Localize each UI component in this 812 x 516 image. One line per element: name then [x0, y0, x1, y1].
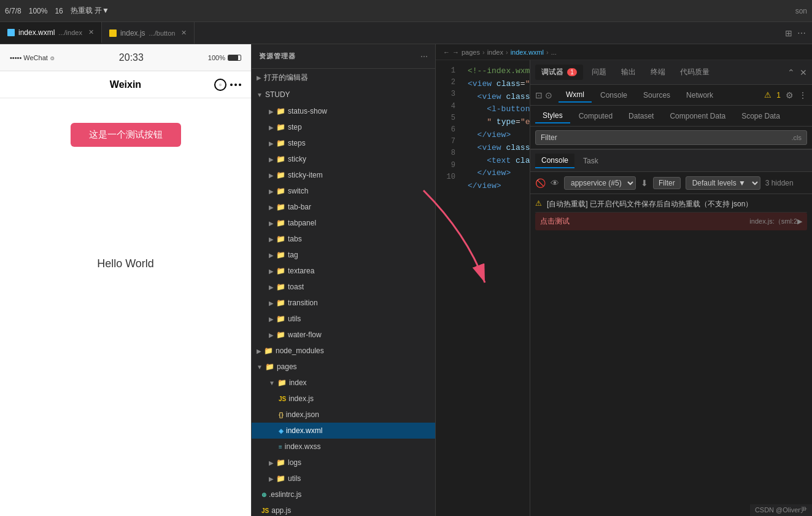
phone-record-btn[interactable]: ●: [214, 79, 226, 91]
console-tab-label: Console: [600, 91, 627, 100]
breadcrumb-pages[interactable]: pages: [462, 49, 480, 56]
output-label: 输出: [621, 68, 636, 76]
folder-tag[interactable]: ▶ 📁 tag: [252, 247, 435, 263]
tab-task[interactable]: Task: [577, 154, 605, 168]
file-app-js[interactable]: JS app.js: [252, 502, 435, 516]
folder-toast[interactable]: ▶ 📁 toast: [252, 279, 435, 295]
tab-component-data[interactable]: Component Data: [662, 109, 733, 123]
arrow-logs: ▶: [269, 459, 274, 466]
debugger-actions: ⌃ ✕: [787, 68, 807, 77]
arrow-step: ▶: [269, 124, 274, 131]
console-eye-icon[interactable]: 👁: [551, 178, 559, 188]
folder-utils-root[interactable]: ▶ 📁 utils: [252, 471, 435, 487]
tab-scope-data[interactable]: Scope Data: [734, 109, 787, 123]
folder-water-flow[interactable]: ▶ 📁 water-flow: [252, 327, 435, 343]
appservice-select[interactable]: appservice (#5): [564, 176, 636, 190]
error-source: index.js:（sml:2▶: [749, 217, 802, 226]
file-panel-header: 资源管理器 ⋯: [252, 44, 435, 69]
breadcrumb-index[interactable]: index: [487, 49, 503, 56]
style-filter-box[interactable]: Filter .cls: [535, 130, 807, 145]
debugger-tab-terminal[interactable]: 终端: [644, 64, 671, 80]
split-icon[interactable]: ⊞: [785, 28, 792, 38]
arrow-pages: ▼: [257, 364, 263, 370]
folder-sticky[interactable]: ▶ 📁 sticky: [252, 151, 435, 167]
code-line-3: <view class="userinfo">: [468, 91, 522, 104]
close-debugger-icon[interactable]: ✕: [800, 68, 807, 77]
filter-cls: .cls: [792, 134, 802, 141]
folder-textarea[interactable]: ▶ 📁 textarea: [252, 263, 435, 279]
debugger-label: 调试器: [541, 68, 563, 76]
folder-name-utils-root: utils: [288, 474, 301, 483]
console-expand-icon[interactable]: ⬇: [641, 178, 648, 188]
wxml-inspect-icon[interactable]: ⊡: [535, 90, 543, 100]
tab-console-inner[interactable]: Console: [593, 88, 635, 102]
file-panel-more[interactable]: ⋯: [420, 52, 428, 61]
phone-more-btn[interactable]: [230, 84, 241, 86]
console-error-row[interactable]: 点击测试 index.js:（sml:2▶: [535, 213, 807, 230]
wxml-pointer-icon[interactable]: ⊙: [545, 90, 552, 100]
tab-console-main[interactable]: Console: [535, 154, 574, 168]
open-editors-section[interactable]: ▶ 打开的编辑器: [252, 69, 435, 86]
breadcrumb-wxml[interactable]: index.wxml: [511, 49, 544, 56]
console-clear-icon[interactable]: 🚫: [535, 178, 546, 188]
more-wxml-icon[interactable]: ⋮: [798, 90, 807, 100]
folder-step[interactable]: ▶ 📁 step: [252, 119, 435, 135]
test-button[interactable]: 这是一个测试按钮: [71, 123, 181, 147]
folder-name-utils-study: utils: [288, 315, 301, 323]
study-section[interactable]: ▼ STUDY: [252, 86, 435, 103]
folder-sticky-item[interactable]: ▶ 📁 sticky-item: [252, 167, 435, 183]
tab-wxml[interactable]: Wxml: [559, 88, 592, 103]
folder-index[interactable]: ▼ 📁 index: [252, 375, 435, 391]
arrow-node-modules: ▶: [257, 348, 261, 354]
folder-tabs[interactable]: ▶ 📁 tabs: [252, 231, 435, 247]
folder-icon-logs: 📁: [276, 458, 285, 467]
tab-wxml-close[interactable]: ✕: [88, 28, 94, 36]
folder-icon-utils-root: 📁: [276, 474, 285, 483]
debugger-tab-issues[interactable]: 问题: [586, 64, 613, 80]
folder-logs[interactable]: ▶ 📁 logs: [252, 455, 435, 471]
component-data-label: Component Data: [670, 112, 725, 120]
folder-name-switch: switch: [288, 187, 308, 195]
editor-controls: ⊞ ⋯: [779, 22, 812, 44]
file-eslintrc[interactable]: ⊛ .eslintrc.js: [252, 487, 435, 502]
folder-tabpanel[interactable]: ▶ 📁 tabpanel: [252, 215, 435, 231]
tab-styles[interactable]: Styles: [535, 109, 570, 123]
tab-sources[interactable]: Sources: [636, 88, 678, 102]
arrow-tag: ▶: [269, 252, 274, 259]
file-index-wxss[interactable]: ≡ index.wxss: [252, 439, 435, 455]
more-icon[interactable]: ⋯: [797, 28, 806, 38]
tab-network[interactable]: Network: [679, 88, 721, 102]
hotreload-btn[interactable]: 热重载 开▼: [71, 6, 109, 16]
folder-transition[interactable]: ▶ 📁 transition: [252, 295, 435, 311]
filter-button[interactable]: Filter: [653, 177, 681, 189]
code-content[interactable]: <!--index.wxml--> <view class="container…: [460, 60, 530, 516]
folder-utils-study[interactable]: ▶ 📁 utils: [252, 311, 435, 327]
tab-dataset[interactable]: Dataset: [621, 109, 661, 123]
folder-pages[interactable]: ▼ 📁 pages: [252, 359, 435, 375]
debugger-tab-codequality[interactable]: 代码质量: [674, 64, 716, 80]
scope-data-label: Scope Data: [741, 112, 780, 120]
folder-node-modules[interactable]: ▶ 📁 node_modules: [252, 343, 435, 359]
file-index-js[interactable]: JS index.js: [252, 391, 435, 407]
file-index-json[interactable]: {} index.json: [252, 407, 435, 423]
tab-index-js[interactable]: index.js .../button ✕: [102, 22, 195, 44]
file-index-wxml[interactable]: ◈ index.wxml: [252, 423, 435, 439]
debugger-tab-output[interactable]: 输出: [615, 64, 642, 80]
folder-switch[interactable]: ▶ 📁 switch: [252, 183, 435, 199]
settings-icon[interactable]: ⚙: [786, 90, 794, 100]
folder-icon-switch: 📁: [276, 187, 285, 195]
folder-icon-transition: 📁: [276, 299, 285, 307]
default-levels-select[interactable]: Default levels ▼: [686, 176, 760, 190]
folder-status-show[interactable]: ▶ 📁 status-show: [252, 103, 435, 119]
file-name-index-json: index.json: [286, 410, 319, 419]
tab-computed[interactable]: Computed: [571, 109, 620, 123]
wxml-icon: [7, 29, 15, 36]
collapse-icon[interactable]: ⌃: [787, 68, 795, 77]
debugger-tab-main[interactable]: 调试器 1: [535, 64, 583, 80]
tab-js-close[interactable]: ✕: [181, 29, 187, 37]
console-msg-warning: ⚠ [自动热重载] 已开启代码文件保存后自动热重载（不支持 json）: [535, 197, 807, 213]
folder-steps[interactable]: ▶ 📁 steps: [252, 135, 435, 151]
folder-name-tab-bar: tab-bar: [288, 203, 311, 211]
tab-index-wxml[interactable]: index.wxml .../index ✕: [0, 22, 102, 44]
folder-tab-bar[interactable]: ▶ 📁 tab-bar: [252, 199, 435, 215]
